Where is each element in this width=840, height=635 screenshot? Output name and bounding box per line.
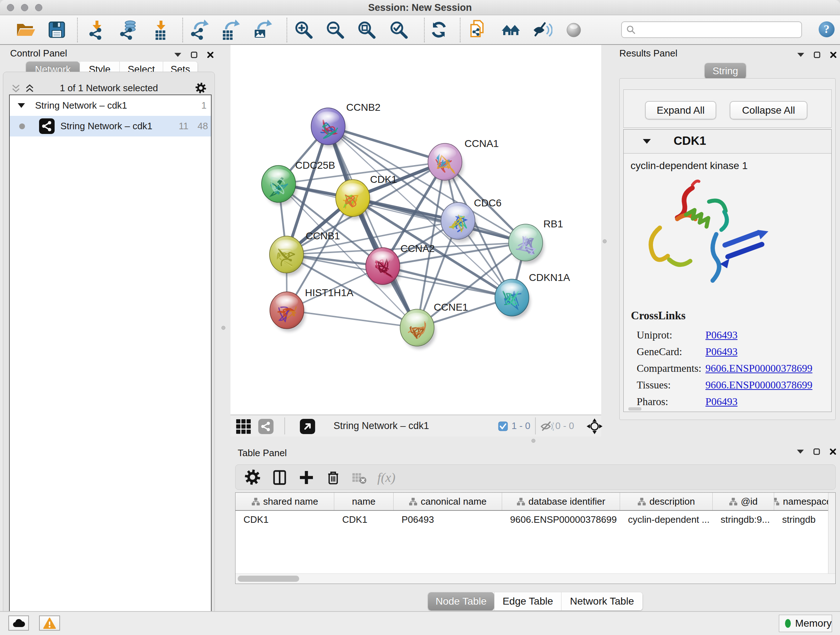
grid-view-icon[interactable] <box>235 418 252 435</box>
network-node-CDC25B[interactable] <box>262 165 297 205</box>
tab-network-table[interactable]: Network Table <box>561 592 643 610</box>
control-panel-float-icon[interactable] <box>191 51 197 58</box>
expand-all-button[interactable]: Expand All <box>645 101 716 119</box>
zoom-fit-content-button[interactable] <box>356 19 377 41</box>
gene-collapse-arrow-icon[interactable] <box>643 139 651 144</box>
search-field[interactable] <box>621 21 802 38</box>
right-splitter-handle[interactable] <box>603 239 607 243</box>
cell-shared-name[interactable]: CDK1 <box>235 511 334 528</box>
network-node-RB1[interactable] <box>508 224 544 264</box>
crosslink-label: Tissues: <box>637 379 706 391</box>
control-panel-collapse-arrow-icon[interactable] <box>174 53 181 57</box>
export-image-icon <box>252 19 272 40</box>
zoom-out-button[interactable] <box>325 19 346 41</box>
results-hscroll-thumb[interactable] <box>628 407 641 410</box>
delete-column-button[interactable] <box>325 469 342 486</box>
import-network-from-file-button[interactable] <box>87 19 108 41</box>
cell--id[interactable]: stringdb:9... <box>713 511 774 528</box>
collection-expander-icon[interactable] <box>18 103 25 108</box>
network-node-CCNB2[interactable] <box>311 108 347 148</box>
tab-node-table[interactable]: Node Table <box>428 592 494 610</box>
zoom-selected-region-button[interactable] <box>388 19 409 41</box>
hierarchy-icon <box>774 497 780 506</box>
network-canvas[interactable]: CCNB2CCNA1CDC25BCDK1CDC6RB1CCNB1CCNA2CDK… <box>231 45 601 415</box>
cell-name[interactable]: CDK1 <box>334 511 393 528</box>
column-header-canonical-name[interactable]: canonical name <box>393 493 502 510</box>
crosslink-link[interactable]: P06493 <box>706 346 737 358</box>
network-node-CDK1[interactable] <box>336 180 371 219</box>
crosslink-link[interactable]: 9606.ENSP00000378699 <box>706 363 813 374</box>
cell-canonical-name[interactable]: P06493 <box>393 511 502 528</box>
import-table-from-file-button[interactable] <box>151 19 172 41</box>
results-panel-float-icon[interactable] <box>813 51 821 58</box>
network-options-gear-icon[interactable] <box>195 82 207 94</box>
column-header-description[interactable]: description <box>620 493 713 510</box>
delete-table-button[interactable] <box>351 469 368 486</box>
search-input[interactable] <box>638 24 801 35</box>
table-panel-collapse-arrow-icon[interactable] <box>797 450 804 454</box>
collapse-all-button[interactable]: Collapse All <box>729 101 807 119</box>
column-header-shared-name[interactable]: shared name <box>235 493 334 510</box>
apply-preferred-layout-button[interactable] <box>429 19 450 41</box>
crosslink-label: GeneCard: <box>637 346 706 358</box>
first-neighbors-button[interactable] <box>501 19 522 41</box>
function-builder-button[interactable]: f(x) <box>377 469 395 486</box>
hide-selected-button[interactable] <box>532 19 553 41</box>
network-thumbnail-share-icon[interactable] <box>257 418 274 435</box>
memory-label: Memory <box>795 618 832 629</box>
save-session-button[interactable] <box>47 19 68 41</box>
crosslink-link[interactable]: 9606.ENSP00000378699 <box>706 379 813 391</box>
show-hide-columns-button[interactable] <box>271 469 288 486</box>
crosslink-link[interactable]: P06493 <box>706 329 737 341</box>
control-panel-close-icon[interactable] <box>207 51 214 58</box>
selected-checkbox-icon[interactable] <box>498 421 508 431</box>
network-node-CCNA2[interactable] <box>366 248 401 287</box>
network-edge[interactable] <box>287 310 417 328</box>
open-in-window-icon[interactable] <box>299 418 316 435</box>
open-session-button[interactable] <box>15 19 36 41</box>
table-hscrollbar[interactable] <box>235 573 835 584</box>
table-options-gear-button[interactable] <box>244 469 262 486</box>
selected-count: 1 - 0 <box>512 415 531 437</box>
birds-eye-view-icon[interactable] <box>586 418 603 435</box>
column-header-database-identifier[interactable]: database identifier <box>502 493 620 510</box>
table-panel-float-icon[interactable] <box>813 448 820 455</box>
tab-string[interactable]: String <box>705 63 746 79</box>
import-network-from-document-button[interactable] <box>468 19 489 41</box>
network-row-selected[interactable]: String Network – cdk1 11 48 <box>10 116 211 136</box>
export-network-button[interactable] <box>189 19 210 41</box>
table-row[interactable]: CDK1CDK1P064939606.ENSP00000378699cyclin… <box>235 511 828 528</box>
left-splitter-handle[interactable] <box>221 326 225 330</box>
table-hscroll-thumb[interactable] <box>238 576 299 582</box>
export-table-button[interactable] <box>220 19 241 41</box>
network-node-CDKN1A[interactable] <box>495 279 531 319</box>
cell-description[interactable]: cyclin-dependent ... <box>620 511 713 528</box>
network-node-CCNA1[interactable] <box>428 143 463 183</box>
cell-namespace[interactable]: stringdb <box>774 511 829 528</box>
gene-entry-header[interactable]: CDK1 <box>624 130 831 154</box>
network-node-CCNE1[interactable] <box>400 309 436 349</box>
cloud-button[interactable] <box>8 616 29 631</box>
column-header-namespace[interactable]: namespace <box>774 493 829 510</box>
warning-button[interactable] <box>39 616 60 631</box>
import-network-from-file-icon <box>87 19 107 40</box>
zoom-in-button[interactable] <box>294 19 314 41</box>
results-panel-collapse-arrow-icon[interactable] <box>797 53 804 57</box>
help-button[interactable]: ? <box>818 21 835 38</box>
column-header-name[interactable]: name <box>334 493 393 510</box>
table-panel-close-icon[interactable] <box>829 448 836 455</box>
cell-database-identifier[interactable]: 9606.ENSP00000378699 <box>502 511 620 528</box>
memory-button[interactable]: Memory <box>779 615 832 632</box>
tab-edge-table[interactable]: Edge Table <box>494 592 561 610</box>
create-column-button[interactable] <box>298 469 315 486</box>
column-header--id[interactable]: @id <box>713 493 774 510</box>
network-node-HIST1H1A[interactable] <box>270 292 305 332</box>
crosslink-link[interactable]: P06493 <box>706 396 737 408</box>
results-panel-close-icon[interactable] <box>830 51 837 58</box>
import-network-from-database-button[interactable] <box>118 19 139 41</box>
export-image-button[interactable] <box>252 19 273 41</box>
network-collection-row[interactable]: String Network – cdk1 1 <box>10 95 211 116</box>
table-vscrollbar[interactable] <box>828 493 835 574</box>
show-all-button[interactable] <box>564 19 584 41</box>
bottom-splitter-handle[interactable] <box>531 439 535 443</box>
